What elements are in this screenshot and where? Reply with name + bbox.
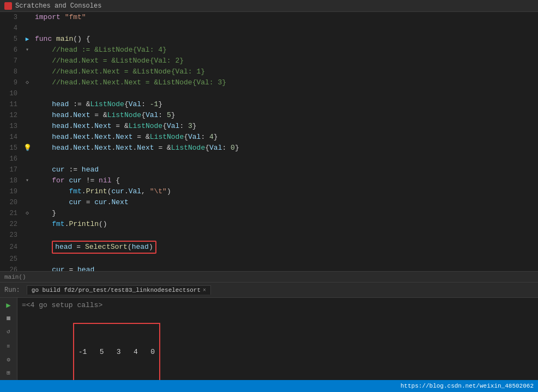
- status-url: https://blog.csdn.net/weixin_48502062: [401, 383, 534, 389]
- code-line-13: 13 head.Next.Next = &ListNode{Val: 3}: [0, 121, 538, 132]
- console-setup-line: =<4 go setup calls>: [22, 300, 534, 311]
- app-title: Scratches and Consoles: [15, 2, 101, 10]
- code-line-23: 23: [0, 230, 538, 241]
- editor-footer: main(): [0, 271, 538, 282]
- bottom-tabs: Run: go build fd2/pro_test/test83_linkno…: [0, 283, 538, 298]
- code-line-25: 25: [0, 254, 538, 265]
- run-label: Run:: [4, 286, 20, 294]
- code-line-9: 9 ◇ //head.Next.Next.Next = &ListNode{Va…: [0, 77, 538, 88]
- code-line-10: 10: [0, 88, 538, 99]
- code-line-3: 3 import "fmt": [0, 12, 538, 23]
- code-line-8: 8 //head.Next.Next = &ListNode{Val: 1}: [0, 66, 538, 77]
- console-output-box: -1 5 3 4 0 -1 0 3 4 5: [22, 311, 534, 380]
- code-line-20: 20 cur = cur.Next: [0, 197, 538, 208]
- code-line-12: 12 head.Next = &ListNode{Val: 5}: [0, 110, 538, 121]
- code-line-17: 17 cur := head: [0, 164, 538, 175]
- bottom-panel: Run: go build fd2/pro_test/test83_linkno…: [0, 282, 538, 380]
- bottom-content: ▶ ■ ↺ ≡ ⚙ ⊞ =<4 go setup calls> -1 5 3 4…: [0, 298, 538, 380]
- run-tab[interactable]: go build fd2/pro_test/test83_linknodesel…: [27, 285, 211, 295]
- code-line-7: 7 //head.Next = &ListNode{Val: 2}: [0, 56, 538, 66]
- code-line-16: 16: [0, 154, 538, 164]
- run-icon[interactable]: ▶: [2, 300, 15, 311]
- output-results: -1 5 3 4 0 -1 0 3 4 5: [73, 323, 160, 380]
- output-line1: -1 5 3 4 0: [78, 347, 155, 358]
- code-line-19: 19 fmt.Print(cur.Val, "\t"): [0, 186, 538, 197]
- code-line-6: 6 ▾ //head := &ListNode{Val: 4}: [0, 45, 538, 56]
- status-bar: https://blog.csdn.net/weixin_48502062: [0, 380, 538, 392]
- code-line-24: 24 head = SelectSort(head): [0, 241, 538, 254]
- console-output: =<4 go setup calls> -1 5 3 4 0 -1 0 3 4 …: [17, 298, 538, 380]
- app-icon: [4, 2, 12, 10]
- rerun-icon[interactable]: ↺: [2, 326, 15, 337]
- footer-text: main(): [4, 274, 26, 280]
- code-line-22: 22 fmt.Println(): [0, 219, 538, 230]
- scroll-icon[interactable]: ≡: [2, 341, 15, 352]
- settings-icon[interactable]: ⚙: [2, 354, 15, 365]
- top-bar: Scratches and Consoles: [0, 0, 538, 12]
- stop-icon[interactable]: ■: [2, 313, 15, 324]
- code-line-18: 18 ▾ for cur != nil {: [0, 175, 538, 186]
- expand-icon[interactable]: ⊞: [2, 367, 15, 378]
- code-line-14: 14 head.Next.Next.Next = &ListNode{Val: …: [0, 132, 538, 143]
- code-line-26: 26 cur = head: [0, 265, 538, 271]
- tab-close-icon[interactable]: ×: [203, 287, 206, 293]
- code-line-4: 4: [0, 23, 538, 34]
- code-line-5: 5 ▶ func main() {: [0, 34, 538, 45]
- code-line-15: 15 💡 head.Next.Next.Next.Next = &ListNod…: [0, 143, 538, 154]
- code-editor: 3 import "fmt" 4 5 ▶ func main() { 6 ▾: [0, 12, 538, 271]
- code-line-21: 21 ◇ }: [0, 208, 538, 219]
- run-tab-label: go build fd2/pro_test/test83_linknodesel…: [32, 287, 201, 293]
- bottom-left-icons: ▶ ■ ↺ ≡ ⚙ ⊞: [0, 298, 17, 380]
- code-line-11: 11 head := &ListNode{Val: -1}: [0, 99, 538, 110]
